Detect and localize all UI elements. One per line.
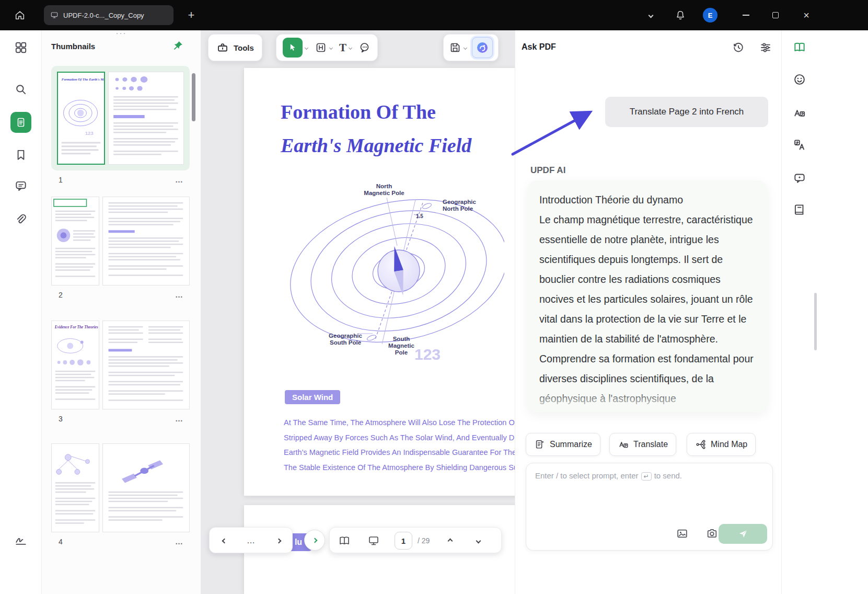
- placeholder-post: to send.: [654, 471, 682, 480]
- home-button[interactable]: [7, 0, 32, 30]
- send-button[interactable]: [719, 524, 767, 544]
- page-tool-icon: [315, 41, 327, 54]
- thumbnail-4-menu-button[interactable]: …: [175, 537, 183, 546]
- next-page-button[interactable]: [469, 528, 488, 554]
- save-tool-button[interactable]: [449, 41, 467, 54]
- ai-response-body: Le champ magnétique terrestre, caractéri…: [539, 210, 756, 408]
- pin-panel-button[interactable]: [172, 40, 184, 51]
- thumbnail-3-left-preview: Evidence For The Theories: [52, 321, 99, 409]
- minimize-button[interactable]: [733, 0, 758, 30]
- chevron-right-icon: [276, 538, 281, 543]
- search-icon: [14, 83, 28, 96]
- search-button[interactable]: [14, 83, 28, 96]
- ai-assistant-button[interactable]: [472, 37, 493, 58]
- chevron-down-icon: [648, 13, 653, 18]
- panel-title: Ask PDF: [522, 42, 556, 52]
- translate-page-button[interactable]: [793, 106, 806, 120]
- chevron-down-icon: [349, 45, 352, 49]
- screenshot-button[interactable]: [705, 527, 719, 540]
- tools-button[interactable]: Tools: [208, 34, 262, 61]
- expand-button[interactable]: [304, 530, 325, 551]
- thumbnail-page-3[interactable]: Evidence For The Theories: [51, 321, 190, 423]
- comment-tool-button[interactable]: [358, 41, 371, 54]
- thumbnails-title: Thumbnails: [51, 42, 95, 51]
- close-button[interactable]: ×: [794, 0, 819, 30]
- comments-panel-button[interactable]: [14, 179, 28, 193]
- thumbnail-3-right-preview: [103, 321, 189, 409]
- thumbnail-3-spread: Evidence For The Theories: [51, 321, 190, 409]
- select-tool-button[interactable]: [283, 38, 308, 58]
- thumbnail-1-menu-button[interactable]: …: [175, 175, 183, 184]
- mind-map-chip[interactable]: Mind Map: [687, 433, 756, 456]
- maximize-icon: [772, 12, 779, 18]
- chevron-down-icon: [476, 538, 481, 543]
- tab-list-chevron[interactable]: [638, 0, 663, 30]
- history-button[interactable]: [732, 41, 745, 54]
- thumbnails-panel-button[interactable]: [10, 112, 31, 133]
- right-sidebar: [781, 30, 868, 594]
- signature-button[interactable]: [14, 533, 28, 546]
- attachments-button[interactable]: [14, 213, 28, 226]
- thumbnail-page-1[interactable]: Formation Of The Earth's Magnetic Field …: [51, 66, 190, 184]
- ai-response-card: Introduction Théorie du dynamo Le champ …: [528, 180, 767, 412]
- summarize-chip[interactable]: Summarize: [526, 433, 600, 456]
- translate-a-icon: [793, 106, 806, 120]
- reading-mode-button[interactable]: [334, 528, 355, 554]
- thumbnail-page-2[interactable]: 2 …: [51, 197, 190, 299]
- save-ai-toolbar: [443, 34, 499, 61]
- account-avatar[interactable]: E: [703, 8, 717, 22]
- cursor-icon: [287, 42, 298, 53]
- bookmarks-button[interactable]: [14, 148, 28, 162]
- translate-selection-button[interactable]: [793, 138, 806, 152]
- chip-label: Translate: [633, 440, 668, 449]
- solar-wind-badge: Solar Wind: [285, 390, 340, 404]
- save-icon: [449, 41, 461, 54]
- previous-page-button[interactable]: [441, 528, 459, 554]
- sticker-button[interactable]: [793, 73, 806, 86]
- settings-button[interactable]: [759, 41, 772, 54]
- prompt-input[interactable]: Enter / to select prompt, enter↵to send.: [526, 463, 773, 551]
- grid-icon: [14, 41, 28, 54]
- mind-map-icon: [695, 439, 707, 450]
- pdf-paragraph: At The Same Time, The Atmosphere Will Al…: [284, 415, 515, 475]
- presentation-button[interactable]: [363, 528, 384, 554]
- page-tool-button[interactable]: [315, 41, 332, 54]
- window-scrollbar[interactable]: [814, 293, 817, 350]
- pin-icon: [172, 40, 184, 51]
- notifications-button[interactable]: [668, 0, 693, 30]
- document-tab[interactable]: UPDF-2.0-c..._Copy_Copy: [44, 5, 173, 25]
- thumbnail-1-spread: Formation Of The Earth's Magnetic Field …: [57, 72, 184, 165]
- attach-image-button[interactable]: [676, 527, 689, 540]
- thumbnail-2-menu-button[interactable]: …: [175, 290, 183, 299]
- new-tab-button[interactable]: +: [179, 0, 204, 30]
- smiley-icon: [793, 73, 806, 86]
- ai-sender-label: UPDF AI: [530, 165, 565, 176]
- translate-chip[interactable]: Translate: [609, 433, 676, 456]
- notebook-button[interactable]: [793, 203, 806, 216]
- ai-response-heading: Introduction Théorie du dynamo: [539, 190, 756, 210]
- card-fade: [528, 389, 767, 412]
- thumbnail-1-left-preview: Formation Of The Earth's Magnetic Field …: [58, 73, 104, 164]
- svg-text:South Pole: South Pole: [330, 339, 361, 346]
- home-icon: [14, 9, 26, 21]
- svg-text:South: South: [393, 336, 410, 342]
- thumbnail-3-menu-button[interactable]: …: [175, 414, 183, 423]
- chat-sparkle-icon: [793, 171, 806, 185]
- maximize-button[interactable]: [763, 0, 788, 30]
- more-actions-button[interactable]: …: [242, 528, 261, 554]
- reader-mode-button[interactable]: [793, 40, 806, 54]
- forward-button[interactable]: [269, 528, 288, 554]
- page-number-input[interactable]: 1: [395, 532, 412, 550]
- svg-text:Geographic: Geographic: [443, 199, 477, 205]
- thumbnail-page-4[interactable]: 4 …: [51, 443, 190, 546]
- apps-grid-button[interactable]: [14, 41, 28, 54]
- text-tool-button[interactable]: T: [339, 41, 352, 54]
- thumbnails-scrollbar[interactable]: [192, 73, 195, 121]
- magnetic-field-diagram: North Magnetic Pole Geographic North Pol…: [259, 177, 504, 370]
- input-placeholder: Enter / to select prompt, enter↵to send.: [535, 471, 682, 481]
- svg-text:Magnetic Pole: Magnetic Pole: [364, 190, 404, 196]
- updf-ai-icon: [476, 41, 489, 54]
- svg-text:Evidence For The Theories: Evidence For The Theories: [54, 325, 98, 329]
- back-button[interactable]: [215, 528, 234, 554]
- ai-chat-button[interactable]: [793, 171, 806, 185]
